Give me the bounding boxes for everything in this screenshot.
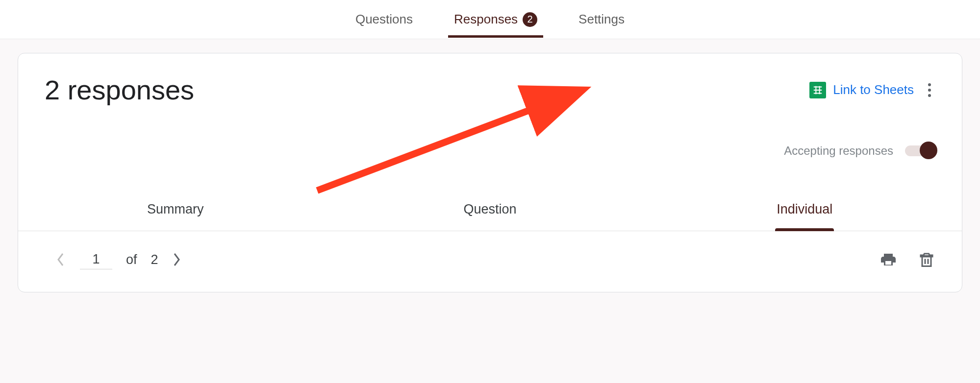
page-input[interactable]: [80, 250, 112, 269]
sub-tab-individual[interactable]: Individual: [647, 193, 962, 231]
responses-count-badge: 2: [523, 12, 537, 27]
svg-point-1: [928, 89, 931, 92]
next-response-button[interactable]: [172, 251, 182, 268]
tab-responses[interactable]: Responses 2: [448, 1, 543, 38]
card-header: 2 responses Link to Sheets: [18, 53, 962, 106]
tab-settings[interactable]: Settings: [573, 1, 630, 38]
more-options-button[interactable]: [924, 79, 935, 101]
toggle-knob: [920, 142, 937, 159]
svg-point-2: [928, 94, 931, 97]
tab-questions[interactable]: Questions: [350, 1, 419, 38]
print-button[interactable]: [879, 251, 897, 268]
link-to-sheets-label: Link to Sheets: [833, 82, 914, 97]
svg-point-0: [928, 83, 931, 86]
accepting-responses-toggle[interactable]: [905, 145, 935, 156]
of-label: of: [126, 252, 137, 267]
sheets-icon: [809, 82, 826, 98]
sub-tabs: Summary Question Individual: [18, 193, 962, 231]
link-to-sheets-button[interactable]: Link to Sheets: [809, 82, 914, 98]
delete-button[interactable]: [918, 251, 935, 268]
total-responses: 2: [151, 252, 158, 267]
pager: of 2: [56, 250, 182, 269]
responses-card: 2 responses Link to Sheets Accepting res…: [18, 53, 962, 292]
sub-tab-summary[interactable]: Summary: [18, 193, 333, 231]
accepting-responses-label: Accepting responses: [784, 144, 893, 158]
sub-tab-question[interactable]: Question: [333, 193, 648, 231]
responses-title: 2 responses: [45, 74, 194, 106]
right-actions: [879, 251, 935, 268]
prev-response-button[interactable]: [56, 251, 66, 268]
accepting-row: Accepting responses: [18, 106, 962, 158]
pager-row: of 2: [18, 231, 962, 292]
tab-responses-label: Responses: [454, 12, 518, 27]
header-actions: Link to Sheets: [809, 79, 935, 101]
top-tabs: Questions Responses 2 Settings: [0, 0, 980, 39]
